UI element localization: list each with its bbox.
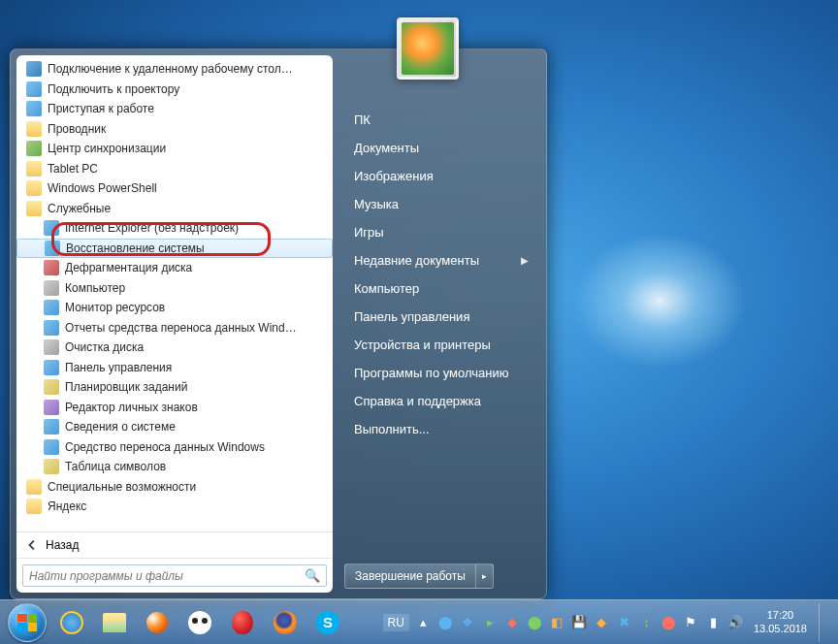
program-label: Дефрагментация диска (65, 261, 192, 274)
back-arrow-icon (26, 538, 40, 552)
show-desktop-button[interactable] (819, 603, 830, 642)
program-item-19[interactable]: Средство переноса данных Windows (16, 437, 333, 458)
right-pane-item-8[interactable]: Устройства и принтеры (350, 331, 532, 359)
program-item-11[interactable]: Компьютер (16, 278, 333, 299)
shutdown-options-button[interactable]: ▸ (476, 564, 494, 589)
program-label: Центр синхронизации (48, 142, 166, 155)
submenu-arrow-icon: ▶ (521, 255, 529, 266)
right-item-label: ПК (354, 113, 371, 127)
taskbar-explorer[interactable] (95, 605, 134, 640)
right-pane-item-2[interactable]: Изображения (350, 162, 532, 190)
program-icon (44, 220, 59, 236)
tray-volume-icon[interactable]: 🔊 (727, 614, 744, 630)
tray-time: 17:20 (754, 609, 807, 623)
tray-icon-4[interactable]: ◆ (504, 614, 521, 630)
tray-icon-7[interactable]: 💾 (571, 614, 588, 630)
start-button[interactable] (8, 603, 47, 642)
tray-icon-8[interactable]: ◆ (594, 614, 610, 630)
taskbar-skype[interactable]: S (308, 605, 347, 640)
program-item-12[interactable]: Монитор ресурсов (16, 298, 333, 318)
program-label: Средство переноса данных Windows (65, 440, 265, 454)
shutdown-button[interactable]: Завершение работы (344, 564, 476, 589)
tray-icon-11[interactable]: ⬤ (661, 614, 677, 630)
taskbar-opera[interactable] (223, 605, 262, 640)
program-label: Таблица символов (65, 460, 166, 473)
right-pane-item-0[interactable]: ПК (350, 106, 532, 134)
program-icon (26, 101, 42, 116)
program-item-22[interactable]: Яндекс (16, 497, 333, 517)
program-label: Подключение к удаленному рабочему стол… (48, 62, 293, 76)
tray-icon-6[interactable]: ◧ (549, 614, 565, 630)
taskbar: S RU ▴ ⬤ ❖ ▸ ◆ ⬤ ◧ 💾 ◆ ✖ ↕ ⬤ ⚑ ▮ 🔊 17:20… (0, 599, 838, 644)
taskbar-media-player[interactable] (138, 605, 177, 640)
right-pane-item-3[interactable]: Музыка (350, 190, 532, 218)
program-item-18[interactable]: Сведения о системе (16, 417, 333, 437)
program-icon (44, 360, 59, 375)
program-item-13[interactable]: Отчеты средства переноса данных Wind… (16, 318, 333, 338)
program-item-3[interactable]: Проводник (16, 119, 333, 140)
right-pane-item-5[interactable]: Недавние документы▶ (350, 246, 532, 274)
program-label: Tablet PC (48, 162, 98, 176)
tray-network-icon[interactable]: ▮ (705, 614, 722, 630)
tray-icon-2[interactable]: ❖ (460, 614, 476, 630)
right-pane-item-11[interactable]: Выполнить... (350, 415, 532, 443)
taskbar-firefox[interactable] (266, 605, 305, 640)
program-item-21[interactable]: Специальные возможности (16, 477, 333, 498)
program-icon (44, 339, 59, 355)
taskbar-ie[interactable] (52, 605, 91, 640)
program-label: Монитор ресурсов (65, 301, 165, 314)
program-item-15[interactable]: Панель управления (16, 358, 333, 378)
right-pane-item-1[interactable]: Документы (350, 134, 532, 162)
program-label: Планировщик заданий (65, 380, 187, 394)
tray-icon-3[interactable]: ▸ (482, 614, 499, 630)
tray-icon-9[interactable]: ✖ (616, 614, 632, 630)
program-icon (45, 241, 60, 256)
taskbar-panda[interactable] (180, 605, 219, 640)
right-pane-item-6[interactable]: Компьютер (350, 274, 532, 303)
right-pane-item-9[interactable]: Программы по умолчанию (350, 359, 532, 387)
program-icon (44, 300, 59, 315)
right-item-label: Недавние документы (354, 253, 479, 268)
program-item-17[interactable]: Редактор личных знаков (16, 398, 333, 418)
program-item-4[interactable]: Центр синхронизации (16, 139, 333, 159)
search-input[interactable] (29, 569, 305, 583)
tray-clock[interactable]: 17:20 13.05.2018 (754, 609, 807, 636)
program-item-20[interactable]: Таблица символов (16, 457, 333, 477)
program-label: Windows PowerShell (48, 181, 157, 195)
program-item-9[interactable]: Восстановление системы (16, 239, 333, 259)
right-pane-item-7[interactable]: Панель управления (350, 303, 532, 331)
program-item-0[interactable]: Подключение к удаленному рабочему стол… (16, 59, 333, 80)
back-button[interactable]: Назад (16, 531, 333, 558)
program-item-5[interactable]: Tablet PC (16, 159, 333, 179)
tray-action-center-icon[interactable]: ⚑ (683, 614, 699, 630)
program-item-8[interactable]: Internet Explorer (без надстроек) (16, 218, 333, 239)
right-item-label: Панель управления (354, 309, 469, 324)
start-menu: Подключение к удаленному рабочему стол…П… (10, 48, 547, 599)
right-pane-item-4[interactable]: Игры (350, 218, 532, 246)
program-label: Подключить к проектору (48, 82, 179, 96)
desktop-background-glow (572, 233, 747, 369)
language-indicator[interactable]: RU (383, 614, 409, 631)
program-label: Яндекс (48, 499, 86, 513)
right-pane-item-10[interactable]: Справка и поддержка (350, 387, 532, 415)
program-item-2[interactable]: Приступая к работе (16, 99, 333, 119)
firefox-icon (274, 611, 297, 634)
tray-icon-10[interactable]: ↕ (638, 614, 655, 630)
programs-list: Подключение к удаленному рабочему стол…П… (16, 55, 333, 531)
program-icon (26, 180, 42, 196)
media-player-icon (146, 612, 168, 633)
program-icon (44, 280, 59, 296)
tray-show-hidden-icons[interactable]: ▴ (415, 614, 432, 630)
tray-icon-1[interactable]: ⬤ (437, 614, 454, 630)
taskbar-pinned-apps: S (52, 605, 347, 640)
program-icon (26, 479, 42, 495)
tray-icon-5[interactable]: ⬤ (527, 614, 543, 630)
program-item-16[interactable]: Планировщик заданий (16, 377, 333, 398)
program-item-6[interactable]: Windows PowerShell (16, 178, 333, 199)
program-item-7[interactable]: Служебные (16, 199, 333, 219)
program-item-1[interactable]: Подключить к проектору (16, 80, 333, 100)
program-item-10[interactable]: Дефрагментация диска (16, 258, 333, 278)
user-avatar[interactable] (397, 17, 459, 80)
search-box[interactable]: 🔍 (22, 564, 327, 587)
program-item-14[interactable]: Очистка диска (16, 338, 333, 358)
